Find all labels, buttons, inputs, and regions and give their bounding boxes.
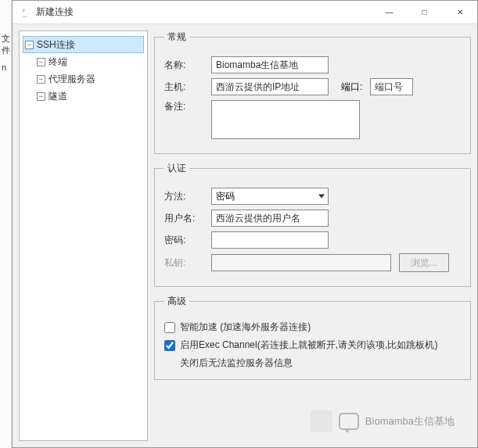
legend-advanced: 高级 [164, 295, 189, 308]
titlebar: 新建连接 — □ ✕ [13, 1, 477, 24]
connection-tree[interactable]: − SSH连接 − 终端 − 代理服务器 − 隧道 [19, 30, 148, 441]
tree-item-terminal[interactable]: − 终端 [23, 53, 144, 70]
new-connection-window: 新建连接 — □ ✕ − SSH连接 − 终端 − 代理服务器 − 隧道 [12, 0, 478, 448]
collapse-icon[interactable]: − [37, 92, 45, 101]
method-select[interactable]: 密码 [211, 188, 329, 205]
tree-item-ssh[interactable]: − SSH连接 [23, 36, 144, 53]
tree-label: 隧道 [49, 90, 67, 103]
group-advanced: 高级 智能加速 (加速海外服务器连接) 启用Exec Channel(若连接上就… [154, 295, 471, 380]
label-username: 用户名: [164, 212, 203, 225]
legend-general: 常规 [164, 30, 189, 44]
label-privatekey: 私钥: [164, 256, 203, 270]
collapse-icon[interactable]: − [37, 58, 45, 66]
window-title: 新建连接 [36, 5, 74, 19]
method-value: 密码 [216, 190, 235, 203]
background-app-edge: 文件 n [0, 0, 12, 448]
exec-channel-hint: 关闭后无法监控服务器信息 [180, 357, 461, 370]
label-port: 端口: [341, 81, 362, 94]
exec-channel-label: 启用Exec Channel(若连接上就被断开,请关闭该项,比如跳板机) [180, 339, 437, 352]
accel-checkbox[interactable] [164, 322, 175, 333]
username-input[interactable] [211, 210, 329, 227]
exec-channel-checkbox[interactable] [164, 340, 175, 351]
browse-button: 浏览... [399, 253, 449, 272]
label-host: 主机: [164, 81, 203, 94]
maximize-button[interactable]: □ [407, 1, 442, 24]
label-method: 方法: [164, 190, 203, 203]
collapse-icon[interactable]: − [25, 41, 34, 49]
label-name: 名称: [164, 59, 203, 72]
label-password: 密码: [164, 234, 203, 247]
tree-label: SSH连接 [37, 38, 75, 52]
tree-label: 代理服务器 [49, 73, 95, 86]
form-panel: 常规 名称: 主机: 端口: 备注: 认证 [154, 30, 471, 441]
label-remark: 备注: [164, 100, 203, 113]
host-input[interactable] [211, 78, 329, 95]
group-auth: 认证 方法: 密码 用户名: 密码: 私钥: [154, 162, 471, 287]
group-general: 常规 名称: 主机: 端口: 备注: [154, 30, 471, 154]
chevron-down-icon [318, 195, 325, 199]
port-input[interactable] [370, 78, 413, 95]
accel-label: 智能加速 (加速海外服务器连接) [180, 321, 311, 334]
collapse-icon[interactable]: − [37, 75, 45, 84]
name-input[interactable] [211, 56, 329, 73]
java-icon [19, 6, 31, 19]
tree-item-proxy[interactable]: − 代理服务器 [23, 70, 144, 88]
legend-auth: 认证 [164, 162, 189, 175]
remark-input[interactable] [211, 100, 360, 139]
close-button[interactable]: ✕ [442, 1, 477, 24]
minimize-button[interactable]: — [372, 1, 407, 24]
password-input[interactable] [211, 231, 329, 249]
tree-item-tunnel[interactable]: − 隧道 [23, 88, 144, 105]
privatekey-input [211, 254, 391, 271]
tree-label: 终端 [49, 56, 67, 69]
